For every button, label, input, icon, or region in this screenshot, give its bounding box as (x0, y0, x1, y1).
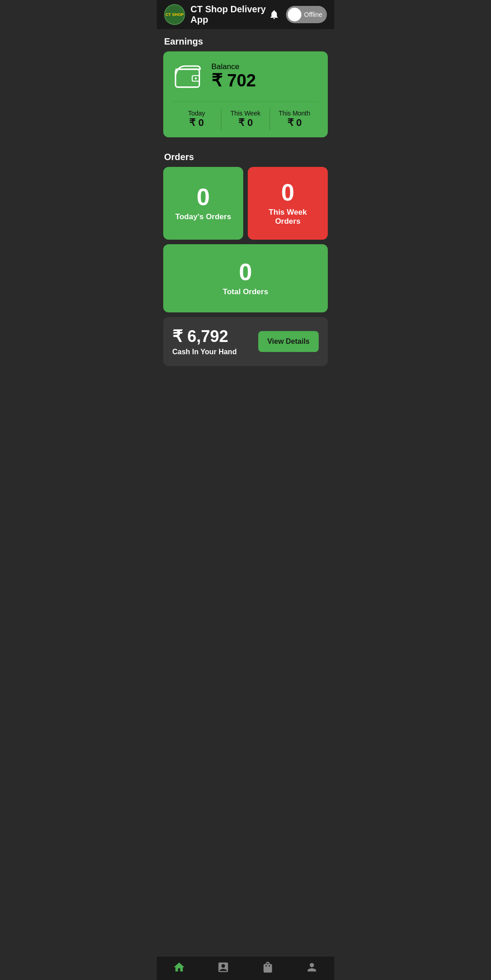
view-details-button[interactable]: View Details (258, 331, 319, 352)
logo-text: CT SHOP (165, 12, 184, 17)
nav-home[interactable] (165, 961, 193, 974)
total-orders-label: Total Orders (223, 287, 268, 297)
earnings-today: Today ₹ 0 (172, 110, 221, 129)
toggle-circle (288, 8, 301, 21)
total-orders-count: 0 (239, 260, 252, 284)
bottom-nav (157, 956, 334, 980)
week-amount: ₹ 0 (221, 117, 270, 129)
month-label: This Month (270, 110, 319, 117)
cash-amount: ₹ 6,792 (172, 327, 237, 346)
cash-card: ₹ 6,792 Cash In Your Hand View Details (163, 317, 328, 366)
nav-shop[interactable] (254, 961, 281, 974)
today-amount: ₹ 0 (172, 117, 221, 129)
todays-orders-card: 0 Today's Orders (163, 167, 243, 240)
todays-orders-count: 0 (197, 185, 210, 209)
svg-point-2 (195, 77, 196, 79)
balance-info: Balance ₹ 702 (211, 62, 256, 90)
header: CT SHOP CT Shop Delivery App Offline (157, 0, 334, 29)
earnings-card: Balance ₹ 702 Today ₹ 0 This Week ₹ 0 Th… (163, 51, 328, 137)
balance-row: Balance ₹ 702 (172, 60, 319, 92)
week-label: This Week (221, 110, 270, 117)
cash-info: ₹ 6,792 Cash In Your Hand (172, 327, 237, 356)
today-label: Today (172, 110, 221, 117)
orders-icon (217, 961, 230, 974)
earnings-section-label: Earnings (157, 29, 334, 51)
orders-grid: 0 Today's Orders 0 This Week Orders (163, 167, 328, 240)
week-orders-label: This Week Orders (255, 208, 321, 226)
cash-label: Cash In Your Hand (172, 348, 237, 356)
main-content: Earnings Balance ₹ 702 Tod (157, 29, 334, 412)
nav-profile[interactable] (298, 961, 326, 974)
earnings-month: This Month ₹ 0 (270, 110, 319, 129)
bell-icon[interactable] (268, 8, 281, 21)
earnings-periods: Today ₹ 0 This Week ₹ 0 This Month ₹ 0 (172, 101, 319, 130)
week-orders-count: 0 (281, 181, 295, 204)
orders-section-label: Orders (157, 145, 334, 167)
balance-amount: ₹ 702 (211, 71, 256, 90)
app-logo: CT SHOP (164, 4, 185, 25)
balance-label: Balance (211, 62, 256, 71)
wallet-icon (172, 60, 204, 92)
earnings-week: This Week ₹ 0 (221, 110, 270, 129)
shop-icon (261, 961, 274, 974)
status-toggle[interactable]: Offline (286, 6, 327, 23)
total-orders-card: 0 Total Orders (163, 244, 328, 312)
nav-orders[interactable] (210, 961, 237, 974)
app-title: CT Shop Delivery App (190, 4, 268, 25)
home-icon (173, 961, 185, 974)
month-amount: ₹ 0 (270, 117, 319, 129)
header-actions: Offline (268, 6, 327, 23)
week-orders-card: 0 This Week Orders (248, 167, 328, 240)
profile-icon (306, 961, 318, 974)
todays-orders-label: Today's Orders (175, 212, 231, 221)
toggle-label: Offline (304, 11, 322, 18)
